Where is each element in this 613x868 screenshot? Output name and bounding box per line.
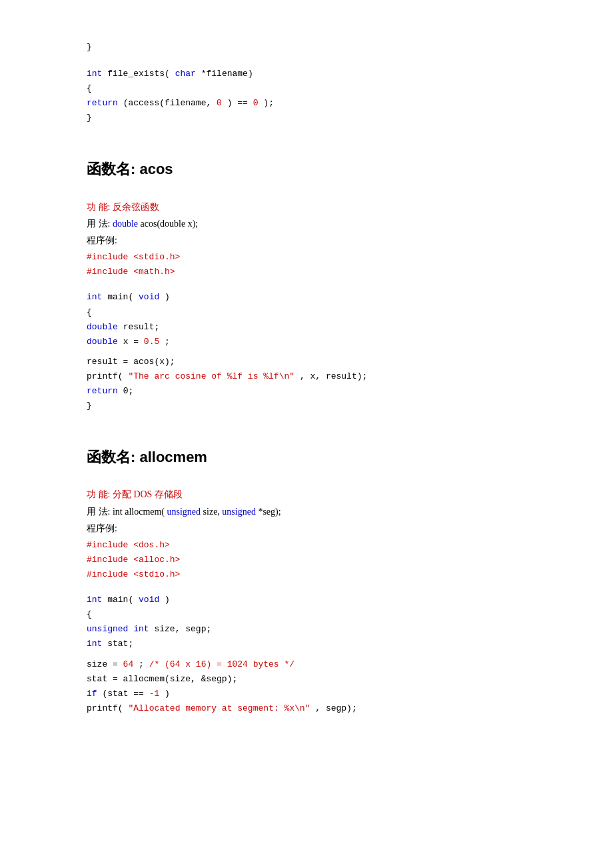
allocmem-description: 功 能: 分配 DOS 存储段 用 法: int allocmem( unsig… (87, 486, 560, 537)
code-line: stat = allocmem(size, &segp); (87, 672, 560, 687)
string-alloc: "Allocated memory at segment: %x\n" (128, 703, 310, 713)
keyword-double2: double (87, 337, 118, 347)
code-line: int main( void ) (87, 593, 560, 607)
comment-bytes: /* (64 x 16) = 1024 bytes */ (149, 659, 295, 669)
code-top-section: } (87, 40, 560, 55)
keyword-int: int (87, 292, 102, 302)
code-line: printf( "Allocated memory at segment: %x… (87, 701, 560, 716)
literal-64: 64 (123, 659, 134, 669)
section-heading-allocmem: 函数名: allocmem (87, 445, 560, 469)
keyword-unsigned2: unsigned (222, 507, 256, 517)
param: *filename) (201, 69, 253, 79)
acos-includes: #include <stdio.h> #include <math.h> (87, 250, 560, 279)
string-literal: "The arc cosine of %lf is %lf\n" (128, 371, 295, 381)
code-line: unsigned int size, segp; (87, 622, 560, 637)
literal-neg1: -1 (149, 689, 160, 699)
code-line: double result; (87, 320, 560, 335)
keyword-double: double (113, 219, 138, 229)
code-line: { (87, 81, 560, 96)
literal-zero: 0 (217, 98, 222, 108)
keyword-double1: double (87, 322, 118, 332)
allocmem-example-label: 程序例: (87, 520, 560, 537)
acos-func-desc: 功 能: 反余弦函数 (87, 199, 560, 215)
code-line: int file_exists( char *filename) (87, 67, 560, 81)
code-line: printf( "The arc cosine of %lf is %lf\n"… (87, 369, 560, 384)
keyword-unsigned-int: unsigned int (87, 624, 149, 634)
code-line: { (87, 607, 560, 622)
code-line: if (stat == -1 ) (87, 687, 560, 701)
keyword-char: char (175, 69, 196, 79)
include-dos: #include <dos.h> (87, 538, 560, 553)
acos-example-label: 程序例: (87, 232, 560, 249)
keyword-if: if (87, 689, 97, 699)
allocmem-includes: #include <dos.h> #include <alloc.h> #inc… (87, 538, 560, 582)
code-line: size = 64 ; /* (64 x 16) = 1024 bytes */ (87, 657, 560, 672)
keyword-void: void (139, 292, 159, 302)
include-math: #include <math.h> (87, 265, 560, 279)
keyword-unsigned1: unsigned (167, 507, 201, 517)
code-line: } (87, 399, 560, 413)
literal-05: 0.5 (144, 337, 159, 347)
return-body: (access(filename, (123, 98, 217, 108)
section-heading-acos: 函数名: acos (87, 157, 560, 181)
func-name: file_exists( (107, 69, 170, 79)
code-line: int main( void ) (87, 290, 560, 305)
code-line: int stat; (87, 637, 560, 651)
keyword-return2: return (87, 386, 118, 396)
code-line: double x = 0.5 ; (87, 335, 560, 349)
code-line: result = acos(x); (87, 355, 560, 369)
code-line: { (87, 305, 560, 320)
allocmem-main-code: int main( void ) { unsigned int size, se… (87, 593, 560, 716)
semi: ); (263, 98, 274, 108)
literal-zero2: 0 (253, 98, 259, 108)
keyword-int2: int (87, 595, 102, 605)
allocmem-usage: 用 法: int allocmem( unsigned size, unsign… (87, 503, 560, 520)
acos-main-code: int main( void ) { double result; double… (87, 290, 560, 413)
file-exists-function: int file_exists( char *filename) { retur… (87, 67, 560, 125)
code-line: return (access(filename, 0 ) == 0 ); (87, 96, 560, 111)
acos-usage: 用 法: double acos(double x); (87, 215, 560, 232)
acos-description: 功 能: 反余弦函数 用 法: double acos(double x); 程… (87, 199, 560, 249)
keyword-void2: void (139, 595, 159, 605)
keyword-return: return (87, 98, 118, 108)
keyword-int3: int (87, 639, 102, 649)
page-content: } int file_exists( char *filename) { ret… (87, 40, 560, 716)
allocmem-func-desc: 功 能: 分配 DOS 存储段 (87, 486, 560, 503)
include-alloc: #include <alloc.h> (87, 553, 560, 567)
compare: ) == (227, 98, 253, 108)
closing-brace-top: } (87, 42, 92, 52)
include-stdio2: #include <stdio.h> (87, 567, 560, 582)
include-stdio: #include <stdio.h> (87, 250, 560, 265)
keyword-int: int (87, 69, 102, 79)
code-line: return 0; (87, 384, 560, 399)
code-line: } (87, 111, 560, 125)
